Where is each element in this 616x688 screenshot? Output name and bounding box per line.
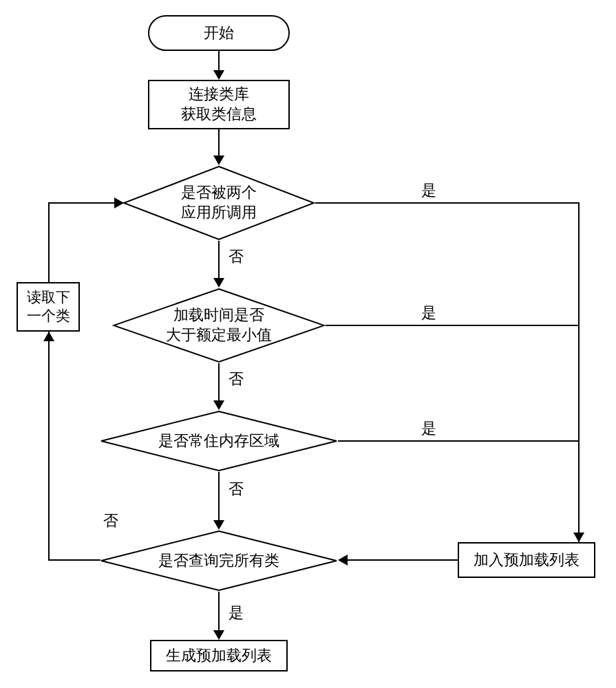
read-next-line2: 一个类: [27, 307, 70, 325]
arrowhead-icon: [114, 197, 124, 208]
flowchart-container: 开始 连接类库 获取类信息 是否被两个 应用所调用 是 否 加载时间是否 大: [0, 0, 616, 688]
edge-line: [48, 332, 50, 561]
edge-line: [218, 363, 220, 402]
no-label: 否: [227, 479, 245, 499]
decision-2-node: 加载时间是否 大于额定最小值: [112, 288, 326, 363]
edge-line: [218, 241, 220, 279]
generate-list-label: 生成预加载列表: [166, 646, 272, 666]
edge-line: [578, 202, 580, 542]
edge-line: [338, 440, 580, 442]
edge-line: [48, 202, 50, 282]
start-label: 开始: [204, 23, 234, 43]
start-node: 开始: [148, 15, 290, 51]
edge-line: [48, 202, 123, 204]
decision-3-node: 是否常住内存区域: [100, 410, 338, 472]
decision-1-text: 是否被两个 应用所调用: [181, 183, 257, 222]
yes-label: 是: [420, 418, 438, 439]
edge-line: [218, 592, 220, 632]
read-next-line1: 读取下: [27, 288, 70, 307]
arrowhead-icon: [213, 630, 224, 640]
arrowhead-icon: [213, 400, 224, 410]
add-list-label: 加入预加载列表: [474, 550, 580, 570]
edge-line: [218, 472, 220, 522]
arrowhead-icon: [213, 278, 224, 288]
no-label: 否: [227, 369, 245, 389]
generate-list-node: 生成预加载列表: [150, 640, 288, 671]
edge-line: [326, 325, 580, 326]
arrowhead-icon: [213, 155, 224, 165]
read-next-node: 读取下 一个类: [17, 282, 80, 332]
edge-line: [218, 129, 220, 157]
yes-label: 是: [420, 303, 438, 323]
connect-line2: 获取类信息: [181, 105, 257, 125]
decision-1-node: 是否被两个 应用所调用: [123, 165, 315, 241]
decision-2-text: 加载时间是否 大于额定最小值: [166, 305, 272, 345]
arrowhead-icon: [573, 533, 584, 542]
decision-4-node: 是否查询完所有类: [100, 530, 338, 592]
decision-3-text: 是否常住内存区域: [158, 431, 279, 451]
connect-line1: 连接类库: [189, 85, 249, 105]
edge-line: [347, 559, 458, 561]
add-list-node: 加入预加载列表: [458, 542, 595, 578]
arrowhead-icon: [213, 70, 224, 80]
arrowhead-icon: [338, 555, 348, 566]
no-label: 否: [102, 510, 120, 531]
no-label: 否: [227, 246, 245, 267]
arrowhead-icon: [213, 520, 224, 530]
arrowhead-icon: [43, 332, 54, 341]
edge-line: [315, 202, 580, 204]
yes-label: 是: [420, 180, 438, 201]
edge-line: [48, 559, 100, 561]
edge-line: [218, 51, 220, 72]
decision-4-text: 是否查询完所有类: [158, 551, 279, 571]
yes-label: 是: [227, 603, 245, 623]
connect-node: 连接类库 获取类信息: [148, 80, 290, 129]
